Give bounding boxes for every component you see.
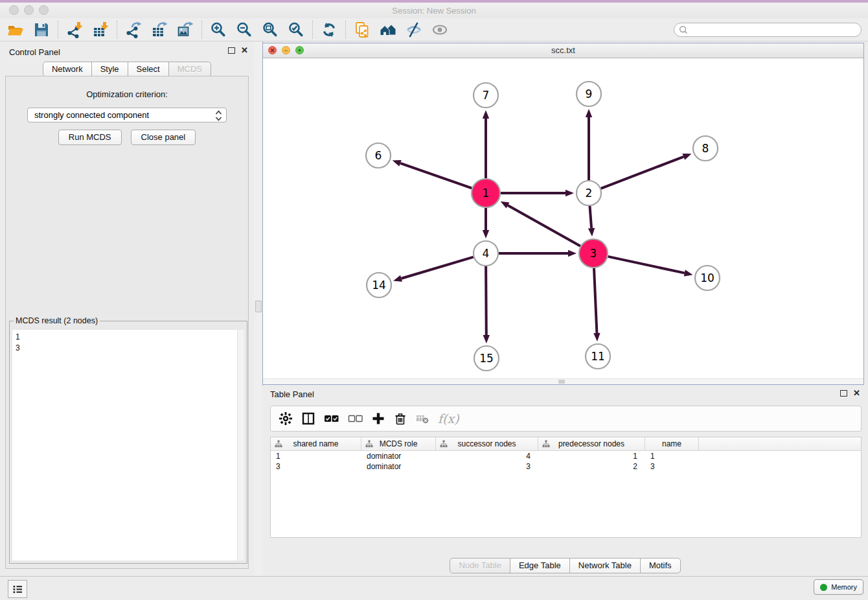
toolbar-separator — [345, 21, 346, 39]
zoom-out-icon[interactable] — [235, 21, 253, 39]
edge-4-15[interactable] — [486, 266, 486, 335]
first-neighbors-icon[interactable] — [379, 21, 397, 39]
search-box[interactable] — [674, 23, 862, 37]
network-window-titlebar[interactable]: ✕ − + scc.txt — [263, 43, 863, 58]
optimization-label: Optimization criterion: — [6, 89, 248, 99]
edge-2-8[interactable] — [601, 157, 684, 189]
graph-node-10[interactable]: 10 — [695, 266, 720, 290]
graph-node-9[interactable]: 9 — [577, 82, 601, 106]
table-cell[interactable]: 1 — [645, 451, 699, 461]
close-panel-button[interactable]: Close panel — [131, 130, 196, 145]
control-panel-title: Control Panel — [9, 47, 60, 57]
edge-3-10[interactable] — [608, 257, 684, 273]
graph-node-3[interactable]: 3 — [579, 239, 608, 268]
column-label: name — [662, 439, 681, 448]
toolbar-separator — [117, 21, 117, 39]
edge-arrow-icon — [568, 250, 577, 257]
tab-motifs[interactable]: Motifs — [640, 558, 681, 573]
table-cell[interactable]: 3 — [645, 461, 699, 472]
zoom-selected-icon[interactable] — [287, 21, 305, 39]
search-input[interactable] — [689, 23, 861, 36]
graph-node-8[interactable]: 8 — [693, 136, 718, 161]
table-cell[interactable]: dominator — [361, 461, 436, 472]
save-session-icon[interactable] — [32, 21, 51, 39]
import-table-icon[interactable] — [91, 21, 109, 39]
export-image-icon[interactable] — [176, 21, 194, 39]
graph-node-6[interactable]: 6 — [366, 143, 391, 168]
tab-mcds[interactable]: MCDS — [168, 62, 211, 77]
table-cell[interactable]: 3 — [436, 461, 538, 472]
graph-node-11[interactable]: 11 — [586, 344, 610, 369]
network-canvas[interactable]: 1234678910111415 — [263, 58, 863, 384]
refresh-layout-icon[interactable] — [320, 21, 338, 39]
show-all-icon[interactable] — [431, 21, 449, 39]
table-cell[interactable]: 3 — [271, 461, 361, 472]
toggle-columns-icon[interactable] — [302, 411, 315, 426]
table-cell[interactable]: 4 — [436, 451, 538, 461]
edge-3-11[interactable] — [594, 268, 597, 333]
run-mcds-button[interactable]: Run MCDS — [58, 130, 122, 145]
delete-column-icon[interactable] — [394, 411, 407, 426]
node-label: 6 — [375, 149, 382, 162]
column-header-predecessor-nodes[interactable]: predecessor nodes — [538, 437, 645, 450]
criterion-select[interactable]: strongly connected component — [27, 108, 227, 122]
splitter-handle-icon[interactable] — [255, 301, 262, 312]
delete-table-icon — [416, 411, 429, 426]
result-scrollbar[interactable] — [237, 330, 244, 560]
edge-2-3[interactable] — [590, 206, 592, 228]
graph-node-7[interactable]: 7 — [474, 83, 498, 108]
column-header-successor-nodes[interactable]: successor nodes — [436, 437, 538, 450]
tab-select[interactable]: Select — [128, 62, 169, 77]
open-session-icon[interactable] — [6, 21, 25, 39]
export-network-icon[interactable] — [124, 21, 143, 39]
import-network-icon[interactable] — [65, 21, 84, 39]
table-cell[interactable]: dominator — [361, 451, 436, 461]
mcds-result-group: MCDS result (2 nodes) 1 3 — [9, 321, 247, 564]
hierarchy-icon — [542, 440, 550, 450]
deselect-all-rows-icon[interactable] — [348, 411, 363, 426]
zoom-in-icon[interactable] — [209, 21, 227, 39]
zoom-fit-icon[interactable] — [261, 21, 279, 39]
mcds-result-text[interactable]: 1 3 — [12, 330, 244, 560]
export-table-icon[interactable] — [150, 21, 168, 39]
float-panel-icon[interactable] — [228, 47, 235, 54]
clone-network-icon[interactable] — [353, 21, 371, 39]
edge-4-14[interactable] — [402, 257, 474, 279]
select-all-rows-icon[interactable] — [324, 411, 339, 426]
table-cell[interactable]: 1 — [271, 451, 361, 461]
node-table[interactable]: shared nameMCDS rolesuccessor nodesprede… — [270, 437, 862, 538]
graph-node-14[interactable]: 14 — [367, 273, 391, 297]
add-column-icon[interactable] — [372, 411, 385, 426]
edge-1-6[interactable] — [400, 163, 472, 189]
task-history-button[interactable] — [8, 580, 27, 598]
node-label: 14 — [372, 279, 386, 292]
tab-network-table[interactable]: Network Table — [569, 558, 641, 573]
float-table-panel-icon[interactable] — [840, 390, 847, 397]
graph-node-1[interactable]: 1 — [472, 179, 500, 207]
column-header-name[interactable]: name — [645, 437, 699, 450]
network-graph: 1234678910111415 — [263, 58, 863, 384]
network-hscrollbar[interactable] — [263, 378, 863, 384]
column-header-shared-name[interactable]: shared name — [271, 437, 361, 450]
edge-3-1[interactable] — [508, 205, 580, 246]
memory-button[interactable]: Memory — [814, 579, 863, 595]
close-table-panel-icon[interactable]: ✕ — [853, 389, 860, 397]
close-panel-icon[interactable]: ✕ — [241, 47, 248, 54]
toolbar-group — [65, 21, 109, 39]
table-cell[interactable]: 1 — [538, 451, 645, 461]
hide-selected-icon[interactable] — [405, 21, 423, 39]
graph-node-2[interactable]: 2 — [577, 181, 601, 205]
tab-node-table[interactable]: Node Table — [450, 558, 510, 573]
column-header-MCDS-role[interactable]: MCDS role — [361, 437, 436, 450]
table-row[interactable]: 3dominator323 — [271, 461, 861, 472]
graph-node-15[interactable]: 15 — [474, 346, 499, 371]
graph-node-4[interactable]: 4 — [474, 241, 498, 266]
panel-splitter[interactable] — [254, 41, 263, 577]
table-settings-icon[interactable] — [279, 411, 293, 426]
table-cell[interactable]: 2 — [538, 461, 645, 472]
column-label: MCDS role — [380, 439, 418, 448]
tab-edge-table[interactable]: Edge Table — [510, 558, 570, 573]
tab-style[interactable]: Style — [91, 62, 128, 77]
table-row[interactable]: 1dominator411 — [271, 451, 861, 461]
tab-network[interactable]: Network — [43, 62, 92, 77]
